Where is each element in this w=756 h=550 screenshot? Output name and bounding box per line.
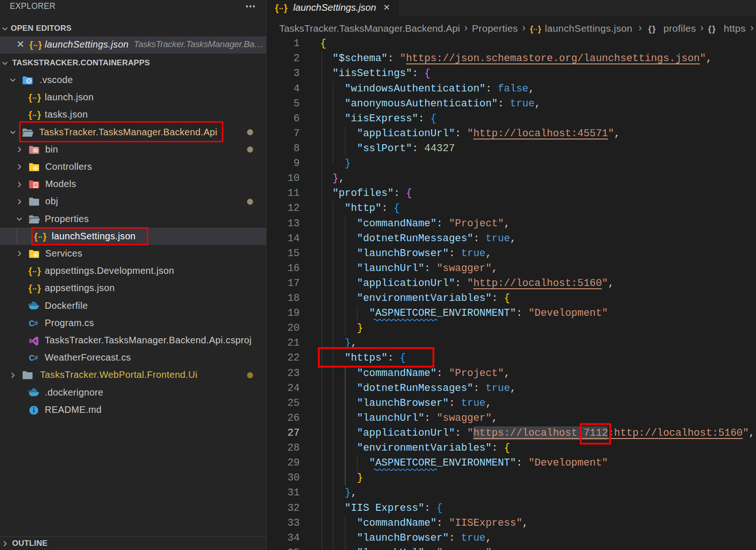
svg-text:#: # [34, 319, 38, 326]
svg-text:}: } [37, 110, 41, 120]
svg-text:}: } [37, 266, 41, 276]
svg-text:{: { [29, 40, 33, 50]
svg-text:}: } [37, 283, 41, 293]
svg-text:{: { [275, 3, 279, 13]
svg-text:}: } [538, 24, 541, 34]
svg-text:C: C [29, 319, 35, 327]
svg-text:{: { [28, 283, 32, 293]
svg-text:{: { [530, 24, 533, 34]
svg-text:C: C [29, 354, 35, 362]
svg-text:{: { [28, 92, 32, 103]
svg-text:}: } [37, 92, 41, 103]
svg-text:{: { [28, 266, 32, 276]
svg-text:{: { [28, 110, 32, 120]
svg-text:#: # [34, 354, 38, 361]
svg-text:}: } [38, 40, 42, 50]
svg-text:}: } [284, 3, 288, 13]
